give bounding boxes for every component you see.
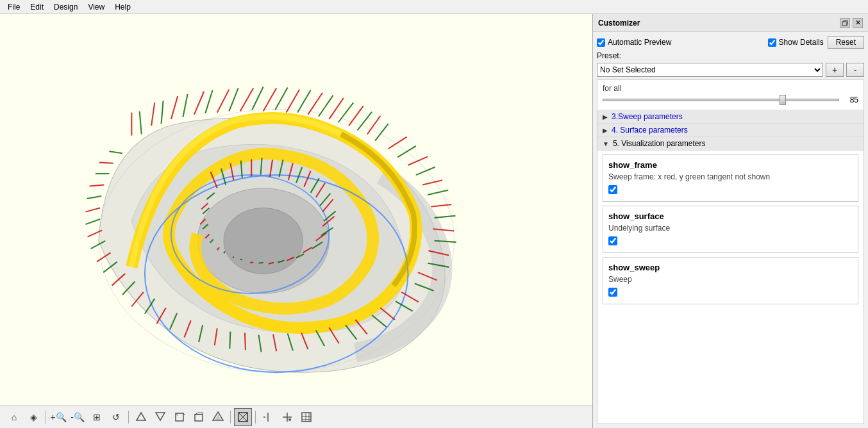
toolbar-bottom: ⌂ ◈ +🔍 -🔍 ⊞ ↺ — [0, 405, 592, 428]
sep-4 — [255, 411, 256, 424]
preset-selector-row: No Set Selected + - — [597, 63, 864, 77]
svg-line-109 — [258, 263, 263, 263]
svg-marker-116 — [137, 413, 146, 420]
view-top-btn[interactable] — [209, 408, 227, 426]
preset-remove-btn[interactable]: - — [846, 63, 864, 77]
menu-design[interactable]: Design — [49, 1, 83, 13]
section-surface[interactable]: ▶ 4. Surface parameters — [597, 124, 864, 137]
view-left-btn[interactable] — [171, 408, 188, 426]
show-frame-name: show_frame — [608, 160, 853, 170]
preset-dropdown[interactable]: No Set Selected — [597, 63, 823, 77]
zoom-fit-btn[interactable]: ⊞ — [88, 408, 106, 426]
customizer-window-controls: ✕ — [840, 18, 863, 28]
view-right-btn[interactable] — [190, 408, 208, 426]
home-btn[interactable]: ⌂ — [5, 408, 23, 426]
restore-btn[interactable] — [840, 18, 850, 28]
svg-rect-121 — [195, 415, 203, 421]
menu-edit[interactable]: Edit — [25, 1, 49, 13]
show-surface-checkbox[interactable] — [608, 236, 617, 245]
sep-2 — [128, 411, 129, 424]
param-show-surface: show_surface Undelying surface — [603, 206, 858, 253]
sep-3 — [230, 411, 231, 424]
param-show-frame: show_frame Sweep frame: x red, y green t… — [603, 154, 858, 202]
zoom-out-btn[interactable]: -🔍 — [69, 408, 87, 426]
sweep-arrow: ▶ — [603, 113, 608, 120]
svg-line-31 — [245, 333, 246, 350]
3d-canvas[interactable] — [0, 14, 592, 428]
preset-label: Preset: — [597, 51, 621, 60]
reset-button[interactable]: Reset — [828, 36, 864, 49]
svg-line-41 — [99, 163, 113, 163]
menu-file[interactable]: File — [3, 1, 25, 13]
params-inner: for all 85 ▶ 3.Sweep parameters — [597, 80, 864, 309]
svg-marker-122 — [195, 413, 203, 415]
slider-section: for all 85 — [597, 81, 864, 110]
options-row: Automatic Preview Show Details Reset — [597, 36, 864, 49]
preset-row: Preset: — [597, 51, 864, 60]
show-surface-name: show_surface — [608, 211, 853, 221]
view-front-btn[interactable] — [132, 408, 150, 426]
menu-help[interactable]: Help — [110, 1, 136, 13]
menubar: File Edit Design View Help — [0, 0, 868, 14]
show-details-checkbox[interactable] — [768, 38, 776, 47]
automatic-preview-checkbox[interactable] — [597, 38, 605, 47]
perspective-btn[interactable]: ◈ — [24, 408, 42, 426]
params-scroll[interactable]: for all 85 ▶ 3.Sweep parameters — [597, 79, 864, 424]
view-back-btn[interactable] — [151, 408, 169, 426]
show-frame-desc: Sweep frame: x red, y green tangent not … — [608, 172, 853, 181]
wireframe-btn[interactable] — [234, 408, 252, 426]
automatic-preview-label[interactable]: Automatic Preview — [597, 38, 671, 47]
axes-btn[interactable] — [259, 408, 277, 426]
svg-rect-133 — [302, 413, 311, 422]
slider-track[interactable] — [603, 99, 839, 101]
visualization-arrow: ▼ — [603, 140, 609, 147]
main-area: ⌂ ◈ +🔍 -🔍 ⊞ ↺ — [0, 14, 868, 428]
torus-svg — [0, 14, 592, 428]
rotate-btn[interactable]: ↺ — [107, 408, 125, 426]
slider-row: 85 — [603, 95, 858, 104]
show-sweep-name: show_sweep — [608, 263, 853, 272]
section-sweep[interactable]: ▶ 3.Sweep parameters — [597, 110, 864, 124]
sep-1 — [46, 411, 46, 424]
slider-value: 85 — [843, 95, 858, 104]
surface-arrow: ▶ — [603, 127, 608, 134]
grid-btn[interactable] — [297, 408, 315, 426]
show-sweep-desc: Sweep — [608, 275, 853, 284]
svg-rect-138 — [842, 22, 847, 26]
preset-add-btn[interactable]: + — [826, 63, 844, 77]
close-btn[interactable]: ✕ — [853, 18, 863, 28]
section-visualization[interactable]: ▼ 5. Visualization parameters — [597, 137, 864, 151]
origin-btn[interactable] — [278, 408, 296, 426]
visualization-title: 5. Visualization parameters — [613, 139, 706, 148]
customizer-body: Automatic Preview Show Details Reset Pre… — [593, 32, 868, 428]
show-frame-checkbox[interactable] — [608, 185, 617, 194]
customizer-panel: Customizer ✕ Automatic Preview Show Deta… — [592, 14, 868, 428]
slider-label: for all — [603, 84, 858, 93]
sweep-title: 3.Sweep parameters — [612, 112, 683, 121]
svg-line-56 — [233, 256, 233, 258]
svg-point-3 — [224, 208, 303, 274]
menu-view[interactable]: View — [83, 1, 110, 13]
show-surface-desc: Undelying surface — [608, 224, 853, 233]
slider-thumb[interactable] — [780, 95, 786, 105]
svg-marker-117 — [156, 413, 165, 420]
customizer-titlebar: Customizer ✕ — [593, 14, 868, 32]
customizer-title: Customizer — [598, 19, 640, 28]
svg-line-110 — [240, 259, 242, 260]
surface-title: 4. Surface parameters — [612, 126, 688, 135]
show-details-label[interactable]: Show Details — [768, 38, 824, 47]
svg-line-86 — [230, 331, 230, 349]
show-sweep-checkbox[interactable] — [608, 288, 617, 297]
viewport[interactable]: ⌂ ◈ +🔍 -🔍 ⊞ ↺ — [0, 14, 592, 428]
param-show-sweep: show_sweep Sweep — [603, 257, 858, 304]
svg-point-132 — [288, 418, 291, 421]
zoom-in-btn[interactable]: +🔍 — [49, 408, 67, 426]
